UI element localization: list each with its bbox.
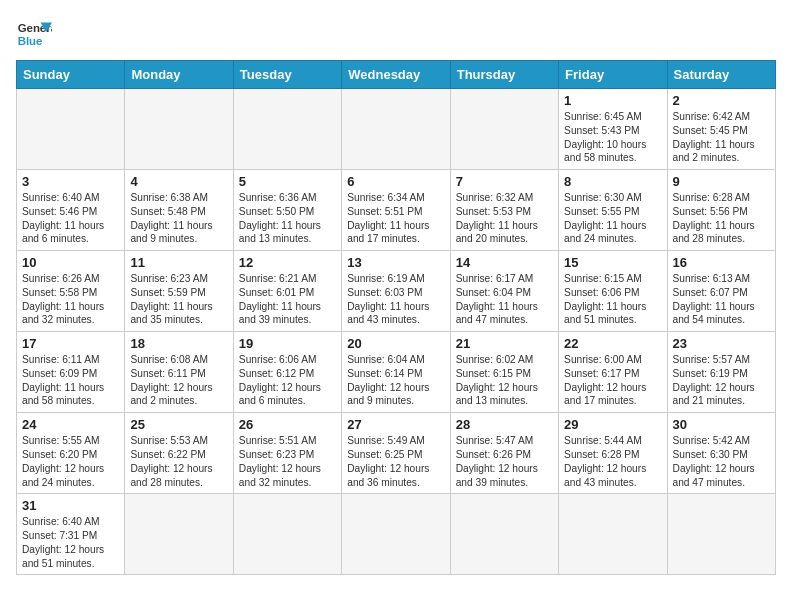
calendar-header-row: SundayMondayTuesdayWednesdayThursdayFrid…	[17, 61, 776, 89]
day-number: 10	[22, 255, 119, 270]
calendar-cell: 24Sunrise: 5:55 AM Sunset: 6:20 PM Dayli…	[17, 413, 125, 494]
day-info: Sunrise: 5:47 AM Sunset: 6:26 PM Dayligh…	[456, 434, 553, 489]
day-info: Sunrise: 6:28 AM Sunset: 5:56 PM Dayligh…	[673, 191, 770, 246]
day-info: Sunrise: 6:08 AM Sunset: 6:11 PM Dayligh…	[130, 353, 227, 408]
calendar-cell: 4Sunrise: 6:38 AM Sunset: 5:48 PM Daylig…	[125, 170, 233, 251]
weekday-header: Sunday	[17, 61, 125, 89]
calendar-cell: 6Sunrise: 6:34 AM Sunset: 5:51 PM Daylig…	[342, 170, 450, 251]
day-info: Sunrise: 5:51 AM Sunset: 6:23 PM Dayligh…	[239, 434, 336, 489]
calendar-cell: 15Sunrise: 6:15 AM Sunset: 6:06 PM Dayli…	[559, 251, 667, 332]
calendar-cell: 19Sunrise: 6:06 AM Sunset: 6:12 PM Dayli…	[233, 332, 341, 413]
day-number: 1	[564, 93, 661, 108]
day-info: Sunrise: 6:45 AM Sunset: 5:43 PM Dayligh…	[564, 110, 661, 165]
day-number: 28	[456, 417, 553, 432]
day-number: 9	[673, 174, 770, 189]
calendar-table: SundayMondayTuesdayWednesdayThursdayFrid…	[16, 60, 776, 575]
calendar-week-row: 3Sunrise: 6:40 AM Sunset: 5:46 PM Daylig…	[17, 170, 776, 251]
calendar-cell: 25Sunrise: 5:53 AM Sunset: 6:22 PM Dayli…	[125, 413, 233, 494]
calendar-cell: 20Sunrise: 6:04 AM Sunset: 6:14 PM Dayli…	[342, 332, 450, 413]
weekday-header: Tuesday	[233, 61, 341, 89]
generalblue-logo-icon: General Blue	[16, 16, 52, 52]
calendar-cell	[667, 494, 775, 575]
day-info: Sunrise: 6:32 AM Sunset: 5:53 PM Dayligh…	[456, 191, 553, 246]
calendar-week-row: 24Sunrise: 5:55 AM Sunset: 6:20 PM Dayli…	[17, 413, 776, 494]
calendar-week-row: 10Sunrise: 6:26 AM Sunset: 5:58 PM Dayli…	[17, 251, 776, 332]
day-number: 8	[564, 174, 661, 189]
calendar-cell: 22Sunrise: 6:00 AM Sunset: 6:17 PM Dayli…	[559, 332, 667, 413]
day-number: 17	[22, 336, 119, 351]
day-number: 11	[130, 255, 227, 270]
calendar-cell	[233, 89, 341, 170]
calendar-cell	[125, 89, 233, 170]
day-info: Sunrise: 5:42 AM Sunset: 6:30 PM Dayligh…	[673, 434, 770, 489]
calendar-cell: 13Sunrise: 6:19 AM Sunset: 6:03 PM Dayli…	[342, 251, 450, 332]
day-info: Sunrise: 6:26 AM Sunset: 5:58 PM Dayligh…	[22, 272, 119, 327]
day-info: Sunrise: 5:53 AM Sunset: 6:22 PM Dayligh…	[130, 434, 227, 489]
calendar-cell: 5Sunrise: 6:36 AM Sunset: 5:50 PM Daylig…	[233, 170, 341, 251]
day-info: Sunrise: 6:40 AM Sunset: 5:46 PM Dayligh…	[22, 191, 119, 246]
weekday-header: Monday	[125, 61, 233, 89]
day-info: Sunrise: 6:42 AM Sunset: 5:45 PM Dayligh…	[673, 110, 770, 165]
day-info: Sunrise: 6:02 AM Sunset: 6:15 PM Dayligh…	[456, 353, 553, 408]
weekday-header: Wednesday	[342, 61, 450, 89]
day-number: 23	[673, 336, 770, 351]
day-info: Sunrise: 6:04 AM Sunset: 6:14 PM Dayligh…	[347, 353, 444, 408]
calendar-cell: 30Sunrise: 5:42 AM Sunset: 6:30 PM Dayli…	[667, 413, 775, 494]
calendar-cell: 1Sunrise: 6:45 AM Sunset: 5:43 PM Daylig…	[559, 89, 667, 170]
calendar-cell	[342, 89, 450, 170]
day-number: 13	[347, 255, 444, 270]
day-info: Sunrise: 6:38 AM Sunset: 5:48 PM Dayligh…	[130, 191, 227, 246]
day-number: 25	[130, 417, 227, 432]
day-number: 18	[130, 336, 227, 351]
calendar-week-row: 31Sunrise: 6:40 AM Sunset: 7:31 PM Dayli…	[17, 494, 776, 575]
day-info: Sunrise: 6:15 AM Sunset: 6:06 PM Dayligh…	[564, 272, 661, 327]
day-number: 14	[456, 255, 553, 270]
calendar-cell	[450, 89, 558, 170]
day-number: 27	[347, 417, 444, 432]
day-info: Sunrise: 5:49 AM Sunset: 6:25 PM Dayligh…	[347, 434, 444, 489]
calendar-cell: 26Sunrise: 5:51 AM Sunset: 6:23 PM Dayli…	[233, 413, 341, 494]
day-info: Sunrise: 5:44 AM Sunset: 6:28 PM Dayligh…	[564, 434, 661, 489]
weekday-header: Thursday	[450, 61, 558, 89]
calendar-cell: 28Sunrise: 5:47 AM Sunset: 6:26 PM Dayli…	[450, 413, 558, 494]
calendar-cell: 14Sunrise: 6:17 AM Sunset: 6:04 PM Dayli…	[450, 251, 558, 332]
calendar-cell: 12Sunrise: 6:21 AM Sunset: 6:01 PM Dayli…	[233, 251, 341, 332]
day-info: Sunrise: 6:17 AM Sunset: 6:04 PM Dayligh…	[456, 272, 553, 327]
calendar-cell	[559, 494, 667, 575]
day-info: Sunrise: 6:36 AM Sunset: 5:50 PM Dayligh…	[239, 191, 336, 246]
day-number: 15	[564, 255, 661, 270]
calendar-cell: 29Sunrise: 5:44 AM Sunset: 6:28 PM Dayli…	[559, 413, 667, 494]
weekday-header: Friday	[559, 61, 667, 89]
day-number: 16	[673, 255, 770, 270]
calendar-week-row: 17Sunrise: 6:11 AM Sunset: 6:09 PM Dayli…	[17, 332, 776, 413]
day-info: Sunrise: 5:57 AM Sunset: 6:19 PM Dayligh…	[673, 353, 770, 408]
calendar-cell: 23Sunrise: 5:57 AM Sunset: 6:19 PM Dayli…	[667, 332, 775, 413]
day-number: 29	[564, 417, 661, 432]
calendar-cell: 27Sunrise: 5:49 AM Sunset: 6:25 PM Dayli…	[342, 413, 450, 494]
page-header: General Blue	[16, 16, 776, 52]
day-info: Sunrise: 6:19 AM Sunset: 6:03 PM Dayligh…	[347, 272, 444, 327]
day-number: 20	[347, 336, 444, 351]
day-number: 5	[239, 174, 336, 189]
calendar-cell: 2Sunrise: 6:42 AM Sunset: 5:45 PM Daylig…	[667, 89, 775, 170]
calendar-cell: 17Sunrise: 6:11 AM Sunset: 6:09 PM Dayli…	[17, 332, 125, 413]
calendar-cell: 3Sunrise: 6:40 AM Sunset: 5:46 PM Daylig…	[17, 170, 125, 251]
weekday-header: Saturday	[667, 61, 775, 89]
day-number: 12	[239, 255, 336, 270]
day-number: 19	[239, 336, 336, 351]
day-number: 21	[456, 336, 553, 351]
day-info: Sunrise: 6:34 AM Sunset: 5:51 PM Dayligh…	[347, 191, 444, 246]
day-number: 3	[22, 174, 119, 189]
calendar-cell: 9Sunrise: 6:28 AM Sunset: 5:56 PM Daylig…	[667, 170, 775, 251]
day-info: Sunrise: 6:23 AM Sunset: 5:59 PM Dayligh…	[130, 272, 227, 327]
svg-text:Blue: Blue	[18, 35, 43, 47]
day-number: 7	[456, 174, 553, 189]
calendar-cell: 10Sunrise: 6:26 AM Sunset: 5:58 PM Dayli…	[17, 251, 125, 332]
calendar-cell: 21Sunrise: 6:02 AM Sunset: 6:15 PM Dayli…	[450, 332, 558, 413]
calendar-week-row: 1Sunrise: 6:45 AM Sunset: 5:43 PM Daylig…	[17, 89, 776, 170]
day-info: Sunrise: 5:55 AM Sunset: 6:20 PM Dayligh…	[22, 434, 119, 489]
day-info: Sunrise: 6:11 AM Sunset: 6:09 PM Dayligh…	[22, 353, 119, 408]
logo: General Blue	[16, 16, 52, 52]
day-number: 30	[673, 417, 770, 432]
day-info: Sunrise: 6:06 AM Sunset: 6:12 PM Dayligh…	[239, 353, 336, 408]
